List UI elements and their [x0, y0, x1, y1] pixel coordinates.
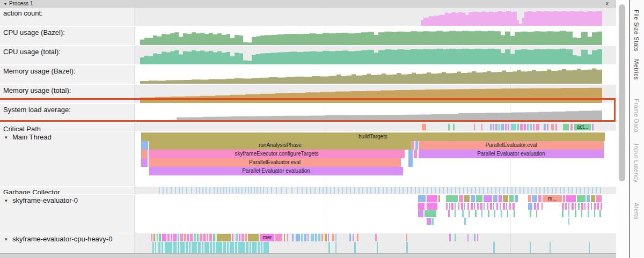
gc-tick[interactable] — [547, 187, 548, 194]
slice[interactable] — [287, 234, 288, 241]
slice[interactable] — [509, 203, 511, 210]
gc-tick[interactable] — [383, 187, 384, 194]
slice[interactable] — [412, 141, 414, 150]
gc-tick[interactable] — [346, 187, 347, 194]
track-canvas-mem-total[interactable] — [135, 85, 616, 103]
slice[interactable] — [589, 242, 590, 253]
slice[interactable] — [292, 234, 294, 241]
gc-tick[interactable] — [263, 187, 264, 194]
slice[interactable] — [318, 234, 320, 241]
gc-tick[interactable] — [286, 187, 287, 194]
slice[interactable] — [509, 195, 514, 202]
row-label-main-thread[interactable]: ▾Main Thread — [0, 131, 135, 186]
gc-tick[interactable] — [202, 187, 203, 194]
slice[interactable] — [449, 234, 451, 241]
gc-tick[interactable] — [539, 187, 540, 194]
slice[interactable] — [284, 234, 285, 241]
slice[interactable] — [296, 234, 300, 241]
slice[interactable] — [488, 210, 489, 217]
slice-mer[interactable]: mer — [260, 234, 274, 241]
slice[interactable] — [459, 195, 463, 202]
gc-tick[interactable] — [483, 187, 484, 194]
gc-tick[interactable] — [186, 187, 187, 194]
slice[interactable] — [311, 234, 314, 241]
slice[interactable] — [354, 242, 356, 253]
gc-tick[interactable] — [423, 187, 424, 194]
slice[interactable] — [159, 234, 161, 241]
slice[interactable] — [474, 124, 475, 130]
slice[interactable] — [536, 124, 539, 130]
slice[interactable] — [494, 210, 495, 217]
slice[interactable] — [503, 203, 505, 210]
slice[interactable] — [596, 195, 602, 202]
gc-tick[interactable] — [232, 187, 233, 194]
gc-tick[interactable] — [419, 187, 420, 194]
slice[interactable] — [507, 210, 508, 217]
slice[interactable] — [158, 242, 160, 253]
slice[interactable] — [599, 210, 601, 217]
slice[interactable] — [431, 218, 434, 225]
slice[interactable] — [418, 210, 423, 217]
gc-tick[interactable] — [334, 187, 335, 194]
gc-tick[interactable] — [236, 187, 237, 194]
gc-tick[interactable] — [528, 187, 529, 194]
track-canvas-action-count[interactable] — [135, 8, 616, 26]
slice[interactable] — [304, 234, 306, 241]
slice[interactable] — [141, 150, 148, 158]
slice[interactable] — [517, 124, 519, 130]
slice[interactable] — [203, 234, 206, 241]
gc-tick[interactable] — [182, 187, 183, 194]
slice[interactable] — [601, 203, 602, 210]
slice[interactable] — [353, 234, 354, 241]
slice[interactable] — [493, 203, 494, 210]
slice[interactable] — [186, 242, 188, 253]
slice[interactable] — [315, 234, 317, 241]
gc-tick[interactable] — [467, 187, 468, 194]
gc-tick[interactable] — [217, 187, 218, 194]
gc-tick[interactable] — [415, 187, 416, 194]
slice[interactable] — [171, 234, 172, 241]
gc-tick[interactable] — [291, 187, 292, 194]
gc-tick[interactable] — [319, 187, 320, 194]
slice[interactable] — [594, 203, 596, 210]
slice[interactable] — [547, 124, 548, 130]
gc-tick[interactable] — [407, 187, 408, 194]
gc-tick[interactable] — [358, 187, 360, 194]
gc-tick[interactable] — [451, 187, 452, 194]
gc-tick[interactable] — [584, 187, 585, 194]
gc-tick[interactable] — [370, 187, 371, 194]
slice[interactable] — [524, 124, 526, 130]
slice[interactable] — [455, 234, 456, 241]
gc-tick[interactable] — [560, 187, 561, 194]
slice[interactable] — [471, 203, 473, 210]
gc-tick[interactable] — [375, 187, 376, 194]
gc-tick[interactable] — [519, 187, 521, 194]
gc-tick[interactable] — [175, 187, 176, 194]
gc-tick[interactable] — [229, 187, 230, 194]
slice[interactable] — [513, 203, 515, 210]
slice[interactable] — [418, 203, 425, 210]
process-header[interactable]: ▾Process 1 x — [0, 0, 616, 8]
slice[interactable] — [453, 124, 455, 130]
slice[interactable] — [501, 124, 504, 130]
slice[interactable] — [446, 195, 458, 202]
slice[interactable] — [493, 242, 495, 253]
slice[interactable] — [481, 124, 482, 130]
track-canvas-main-thread[interactable]: buildTargetsrunAnalysisPhaseParallelEval… — [135, 131, 616, 186]
slice[interactable] — [481, 210, 482, 217]
slice[interactable] — [499, 195, 502, 202]
gc-tick[interactable] — [367, 187, 368, 194]
gc-tick[interactable] — [257, 187, 258, 194]
gc-tick[interactable] — [515, 187, 516, 194]
slice[interactable] — [462, 210, 464, 217]
slice-skyframeexecutor-configuretargets[interactable]: skyframeExecutor.configureTargets — [149, 150, 405, 158]
vertical-scrollbar-thumb[interactable] — [619, 4, 625, 181]
slice[interactable] — [490, 203, 492, 210]
slice[interactable] — [476, 195, 482, 202]
slice[interactable] — [217, 234, 231, 241]
gc-tick[interactable] — [171, 187, 172, 194]
gc-tick[interactable] — [245, 187, 246, 194]
gc-tick[interactable] — [572, 187, 573, 194]
slice[interactable] — [455, 210, 456, 217]
slice[interactable] — [572, 203, 574, 210]
